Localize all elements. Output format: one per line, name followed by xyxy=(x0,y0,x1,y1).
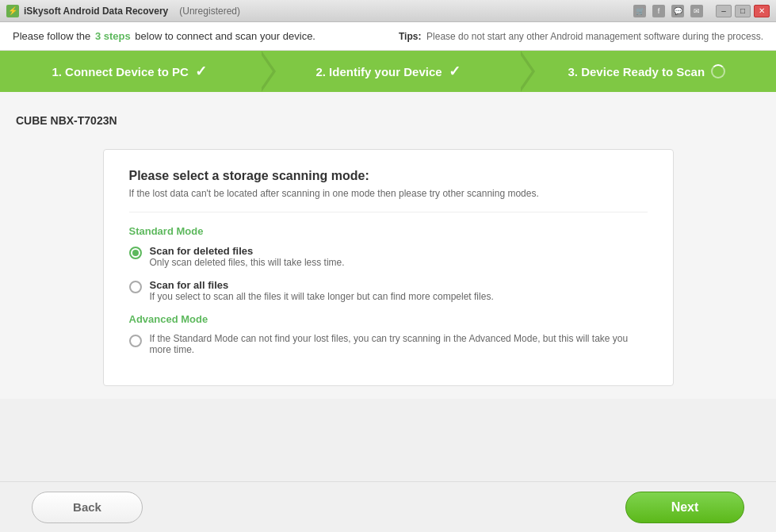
step-1: 1. Connect Device to PC ✓ xyxy=(0,51,258,92)
steps-link[interactable]: 3 steps xyxy=(95,30,131,42)
step-3-label: 3. Device Ready to Scan xyxy=(568,65,705,78)
tips-text: Please do not start any other Android ma… xyxy=(426,31,763,42)
step-2-label: 2. Identify your Device xyxy=(315,65,442,78)
step-2-checkmark: ✓ xyxy=(449,63,461,80)
info-bar: Please follow the 3 steps below to conne… xyxy=(0,22,776,51)
titlebar-icons: 🛒 f 💬 ✉ xyxy=(633,5,703,17)
back-button[interactable]: Back xyxy=(32,492,143,523)
scan-subtitle: If the lost data can't be located after … xyxy=(129,188,648,212)
close-button[interactable]: ✕ xyxy=(754,5,770,17)
advanced-mode-label: Advanced Mode xyxy=(129,313,648,325)
step-3: 3. Device Ready to Scan xyxy=(518,51,776,92)
next-button[interactable]: Next xyxy=(625,492,744,523)
app-icon: ⚡ xyxy=(6,5,19,17)
maximize-button[interactable]: □ xyxy=(735,5,751,17)
scan-title: Please select a storage scanning mode: xyxy=(129,169,648,183)
bottom-bar: Back Next xyxy=(0,481,776,532)
main-content: CUBE NBX-T7023N Please select a storage … xyxy=(0,92,776,399)
scan-all-option[interactable]: Scan for all files If you select to scan… xyxy=(129,279,648,302)
scan-deleted-desc: Only scan deleted files, this will take … xyxy=(150,257,345,268)
tips-label: Tips: xyxy=(399,31,421,42)
info-text-after: below to connect and scan your device. xyxy=(135,30,315,42)
titlebar: ⚡ iSkysoft Android Data Recovery (Unregi… xyxy=(0,0,776,22)
scan-section: Please select a storage scanning mode: I… xyxy=(103,149,674,386)
step-3-spinner xyxy=(711,64,725,78)
step-2: 2. Identify your Device ✓ xyxy=(258,51,517,92)
facebook-icon[interactable]: f xyxy=(652,5,665,17)
standard-mode-label: Standard Mode xyxy=(129,225,648,237)
unregistered-label: (Unregistered) xyxy=(179,6,240,17)
advanced-desc: If the Standard Mode can not find your l… xyxy=(150,333,648,355)
device-name: CUBE NBX-T7023N xyxy=(16,105,760,133)
steps-bar: 1. Connect Device to PC ✓ 2. Identify yo… xyxy=(0,51,776,92)
scan-deleted-option[interactable]: Scan for deleted files Only scan deleted… xyxy=(129,245,648,268)
message-icon[interactable]: ✉ xyxy=(690,5,703,17)
titlebar-left: ⚡ iSkysoft Android Data Recovery (Unregi… xyxy=(6,5,240,17)
advanced-text: If the Standard Mode can not find your l… xyxy=(150,333,648,355)
step-1-checkmark: ✓ xyxy=(195,63,207,80)
chat-icon[interactable]: 💬 xyxy=(671,5,684,17)
app-title: iSkysoft Android Data Recovery xyxy=(24,6,168,17)
scan-all-radio[interactable] xyxy=(129,281,142,293)
minimize-button[interactable]: – xyxy=(716,5,732,17)
scan-all-text: Scan for all files If you select to scan… xyxy=(150,279,494,302)
advanced-radio[interactable] xyxy=(129,335,142,347)
basket-icon[interactable]: 🛒 xyxy=(633,5,646,17)
scan-deleted-radio[interactable] xyxy=(129,247,142,259)
content-wrapper: CUBE NBX-T7023N Please select a storage … xyxy=(0,92,776,532)
tips-section: Tips: Please do not start any other Andr… xyxy=(399,31,763,42)
step-1-label: 1. Connect Device to PC xyxy=(52,65,189,78)
scan-all-title: Scan for all files xyxy=(150,279,494,291)
advanced-option[interactable]: If the Standard Mode can not find your l… xyxy=(129,333,648,355)
scan-all-desc: If you select to scan all the files it w… xyxy=(150,291,494,302)
info-text-before: Please follow the xyxy=(13,30,90,42)
titlebar-right: 🛒 f 💬 ✉ – □ ✕ xyxy=(633,5,770,17)
scan-deleted-title: Scan for deleted files xyxy=(150,245,345,257)
scan-deleted-text: Scan for deleted files Only scan deleted… xyxy=(150,245,345,268)
